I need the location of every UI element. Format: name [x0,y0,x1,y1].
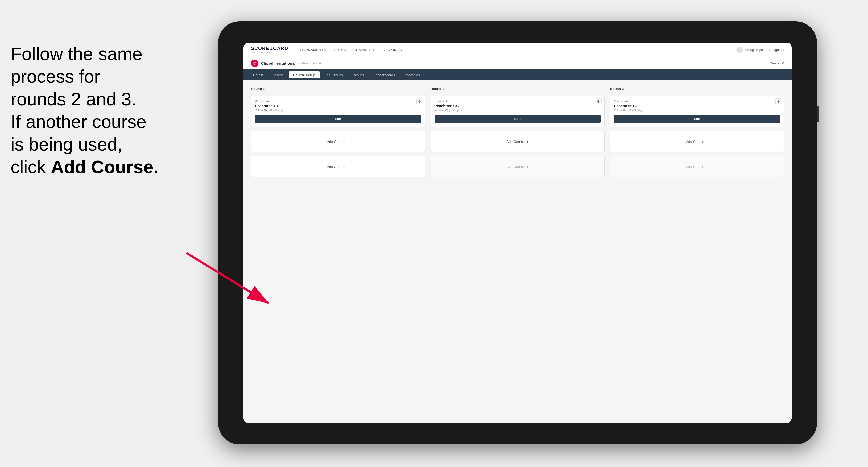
user-avatar [736,47,743,53]
tablet-screen: SCOREBOARD Powered by clippd TOURNAMENTS… [244,42,792,423]
round-2-card-action[interactable]: ⊙ [596,98,602,104]
instruction-text: Follow the same process for rounds 2 and… [0,42,186,178]
round-1-card-action[interactable]: ⊙ [416,98,422,104]
clippd-icon: C [251,60,258,67]
round-3-course-card: ⊙ (Course A) Peachtree GC Yellow (M) (66… [610,96,784,127]
round-2-add-course-2-text: Add Course+ [506,164,528,169]
tab-printables[interactable]: Printables [400,71,424,79]
round-1-column: Round 1 ⊙ (Course A) Peachtree GC Yellow… [251,87,425,177]
round-1-edit-button[interactable]: Edit [255,115,421,123]
round-2-course-details: Yellow (M) (6629 yds) [435,108,601,112]
tab-leaderboards[interactable]: Leaderboards [369,71,399,79]
tab-course-setup[interactable]: Course Setup [289,71,320,79]
round-3-edit-button[interactable]: Edit [614,115,780,123]
nav-committee[interactable]: COMMITTEE [353,48,375,52]
round-3-add-course-1[interactable]: Add Course+ [610,131,784,152]
sub-header-left: C Clippd Invitational (Men) Hosting [251,60,322,67]
tab-details[interactable]: Details [249,71,268,79]
tablet-button [817,106,819,122]
sign-out-link[interactable]: Sign out [772,48,784,52]
scoreboard-logo: SCOREBOARD Powered by clippd [251,46,288,54]
tournament-gender: (Men) [299,61,308,65]
tab-tee-groups[interactable]: Tee Groups [321,71,347,79]
round-1-add-course-1[interactable]: Add Course+ [251,131,425,152]
round-1-add-course-1-text: Add Course+ [327,139,349,144]
top-nav: SCOREBOARD Powered by clippd TOURNAMENTS… [244,42,792,58]
logo-sub-text: Powered by clippd [251,51,288,54]
main-content: Round 1 ⊙ (Course A) Peachtree GC Yellow… [244,81,792,423]
nav-rankings[interactable]: RANKINGS [383,48,402,52]
round-1-add-course-2-text: Add Course+ [327,164,349,169]
round-1-course-details: Yellow (M) (6629 yds) [255,108,421,112]
logo-main-text: SCOREBOARD [251,46,288,51]
nav-tournaments[interactable]: TOURNAMENTS [298,48,326,52]
round-2-edit-button[interactable]: Edit [435,115,601,123]
round-1-add-course-2[interactable]: Add Course+ [251,156,425,177]
tab-results[interactable]: Results [348,71,368,79]
nav-right: blair@clippd.io | Sign out [736,47,784,53]
round-1-course-card: ⊙ (Course A) Peachtree GC Yellow (M) (66… [251,96,425,127]
round-3-add-course-2: Add Course+ [610,156,784,177]
round-3-add-course-1-text: Add Course+ [686,139,708,144]
hosting-badge: Hosting [312,62,322,65]
round-1-course-name: Peachtree GC [255,104,421,108]
round-1-course-label: (Course A) [255,99,421,103]
round-2-column: Round 2 ⊙ (Course A) Peachtree GC Yellow… [431,87,605,177]
round-3-column: Round 3 ⊙ (Course A) Peachtree GC Yellow… [610,87,784,177]
round-2-add-course-2: Add Course+ [431,156,605,177]
round-3-add-course-2-text: Add Course+ [686,164,708,169]
rounds-grid: Round 1 ⊙ (Course A) Peachtree GC Yellow… [251,87,784,177]
round-2-course-card: ⊙ (Course A) Peachtree GC Yellow (M) (66… [431,96,605,127]
nav-teams[interactable]: TEAMS [333,48,346,52]
round-2-title: Round 2 [431,87,605,91]
user-email: blair@clippd.io [745,48,766,52]
round-3-course-label: (Course A) [614,99,780,103]
round-2-course-label: (Course A) [435,99,601,103]
tab-teams[interactable]: Teams [269,71,288,79]
round-2-add-course-1[interactable]: Add Course+ [431,131,605,152]
nav-links: TOURNAMENTS TEAMS COMMITTEE RANKINGS [298,48,736,52]
cancel-button[interactable]: Cancel ✕ [770,61,784,65]
round-2-add-course-1-text: Add Course+ [506,139,528,144]
tablet-device: SCOREBOARD Powered by clippd TOURNAMENTS… [218,21,817,444]
round-3-card-action[interactable]: ⊙ [775,98,781,104]
tab-bar: Details Teams Course Setup Tee Groups Re… [244,69,792,81]
tournament-name: Clippd Invitational [261,61,296,65]
round-3-course-name: Peachtree GC [614,104,780,108]
round-1-title: Round 1 [251,87,425,91]
sub-header: C Clippd Invitational (Men) Hosting Canc… [244,58,792,69]
round-3-course-details: Yellow (M) (6629 yds) [614,108,780,112]
round-2-course-name: Peachtree GC [435,104,601,108]
round-3-title: Round 3 [610,87,784,91]
